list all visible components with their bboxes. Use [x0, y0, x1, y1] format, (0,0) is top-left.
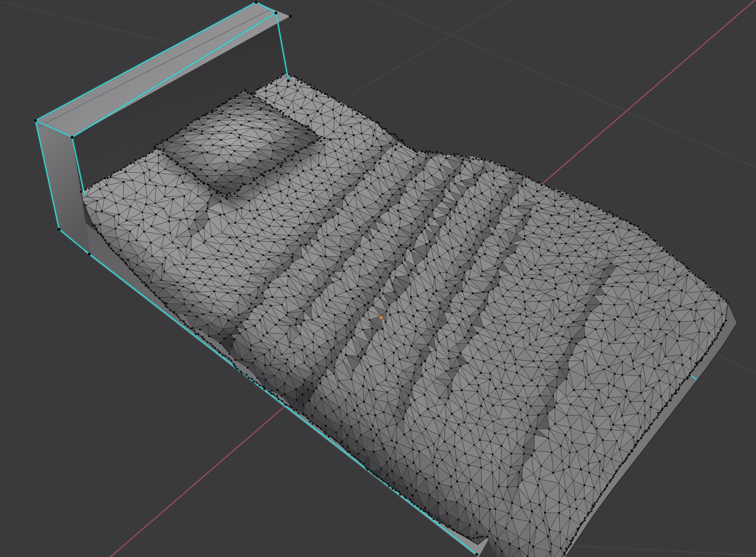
scene-svg [0, 0, 756, 557]
viewport-3d[interactable] [0, 0, 756, 557]
object-origin-icon [379, 316, 383, 319]
